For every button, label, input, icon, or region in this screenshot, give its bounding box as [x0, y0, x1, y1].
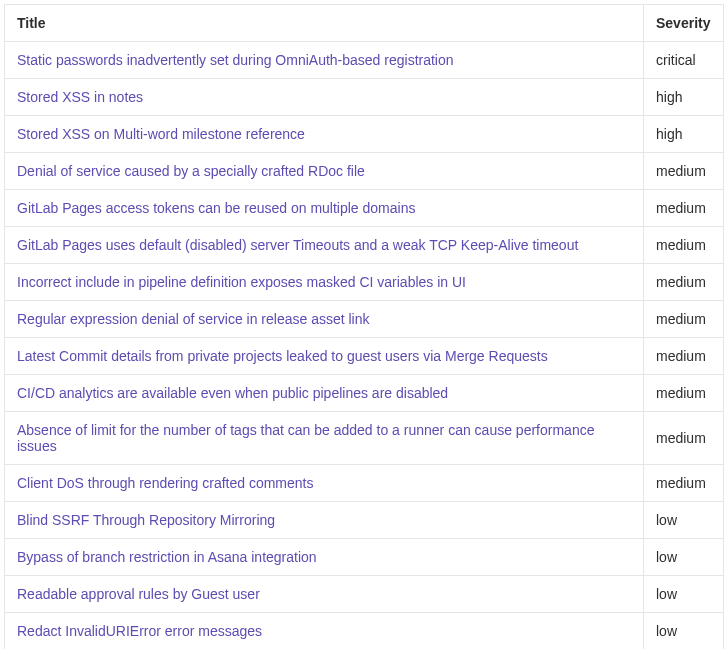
- title-cell: Blind SSRF Through Repository Mirroring: [5, 502, 644, 539]
- table-row: Denial of service caused by a specially …: [5, 153, 724, 190]
- vulnerability-link[interactable]: CI/CD analytics are available even when …: [17, 385, 448, 401]
- title-cell: Absence of limit for the number of tags …: [5, 412, 644, 465]
- table-row: Bypass of branch restriction in Asana in…: [5, 539, 724, 576]
- title-cell: Stored XSS on Multi-word milestone refer…: [5, 116, 644, 153]
- vulnerability-link[interactable]: GitLab Pages uses default (disabled) ser…: [17, 237, 578, 253]
- vulnerability-link[interactable]: Bypass of branch restriction in Asana in…: [17, 549, 317, 565]
- table-row: Client DoS through rendering crafted com…: [5, 465, 724, 502]
- severity-cell: medium: [644, 412, 724, 465]
- table-row: Stored XSS on Multi-word milestone refer…: [5, 116, 724, 153]
- table-header-row: Title Severity: [5, 5, 724, 42]
- severity-cell: low: [644, 539, 724, 576]
- header-title: Title: [5, 5, 644, 42]
- vulnerability-link[interactable]: Client DoS through rendering crafted com…: [17, 475, 313, 491]
- severity-cell: medium: [644, 190, 724, 227]
- title-cell: GitLab Pages access tokens can be reused…: [5, 190, 644, 227]
- severity-cell: high: [644, 116, 724, 153]
- title-cell: Regular expression denial of service in …: [5, 301, 644, 338]
- vulnerability-link[interactable]: Readable approval rules by Guest user: [17, 586, 260, 602]
- table-row: Readable approval rules by Guest userlow: [5, 576, 724, 613]
- title-cell: Readable approval rules by Guest user: [5, 576, 644, 613]
- severity-cell: low: [644, 576, 724, 613]
- title-cell: Denial of service caused by a specially …: [5, 153, 644, 190]
- table-row: Regular expression denial of service in …: [5, 301, 724, 338]
- title-cell: Stored XSS in notes: [5, 79, 644, 116]
- table-row: GitLab Pages uses default (disabled) ser…: [5, 227, 724, 264]
- table-row: Redact InvalidURIError error messageslow: [5, 613, 724, 650]
- severity-cell: medium: [644, 465, 724, 502]
- severity-cell: low: [644, 613, 724, 650]
- table-row: GitLab Pages access tokens can be reused…: [5, 190, 724, 227]
- title-cell: CI/CD analytics are available even when …: [5, 375, 644, 412]
- table-row: Blind SSRF Through Repository Mirroringl…: [5, 502, 724, 539]
- severity-cell: medium: [644, 338, 724, 375]
- table-row: Static passwords inadvertently set durin…: [5, 42, 724, 79]
- table-row: Incorrect include in pipeline definition…: [5, 264, 724, 301]
- table-row: Absence of limit for the number of tags …: [5, 412, 724, 465]
- header-severity: Severity: [644, 5, 724, 42]
- vulnerability-link[interactable]: Latest Commit details from private proje…: [17, 348, 548, 364]
- vulnerability-link[interactable]: Static passwords inadvertently set durin…: [17, 52, 454, 68]
- title-cell: Client DoS through rendering crafted com…: [5, 465, 644, 502]
- vulnerability-link[interactable]: Redact InvalidURIError error messages: [17, 623, 262, 639]
- title-cell: Static passwords inadvertently set durin…: [5, 42, 644, 79]
- vulnerability-link[interactable]: Stored XSS in notes: [17, 89, 143, 105]
- severity-cell: medium: [644, 227, 724, 264]
- vulnerability-link[interactable]: Blind SSRF Through Repository Mirroring: [17, 512, 275, 528]
- table-row: CI/CD analytics are available even when …: [5, 375, 724, 412]
- title-cell: Bypass of branch restriction in Asana in…: [5, 539, 644, 576]
- title-cell: Latest Commit details from private proje…: [5, 338, 644, 375]
- vulnerability-link[interactable]: Regular expression denial of service in …: [17, 311, 370, 327]
- table-row: Latest Commit details from private proje…: [5, 338, 724, 375]
- vulnerability-link[interactable]: Stored XSS on Multi-word milestone refer…: [17, 126, 305, 142]
- table-row: Stored XSS in noteshigh: [5, 79, 724, 116]
- title-cell: Incorrect include in pipeline definition…: [5, 264, 644, 301]
- title-cell: GitLab Pages uses default (disabled) ser…: [5, 227, 644, 264]
- vulnerability-link[interactable]: Incorrect include in pipeline definition…: [17, 274, 466, 290]
- vulnerabilities-table: Title Severity Static passwords inadvert…: [4, 4, 724, 649]
- severity-cell: medium: [644, 153, 724, 190]
- title-cell: Redact InvalidURIError error messages: [5, 613, 644, 650]
- vulnerability-link[interactable]: Absence of limit for the number of tags …: [17, 422, 594, 454]
- severity-cell: medium: [644, 375, 724, 412]
- table-body: Static passwords inadvertently set durin…: [5, 42, 724, 650]
- severity-cell: low: [644, 502, 724, 539]
- severity-cell: critical: [644, 42, 724, 79]
- severity-cell: medium: [644, 264, 724, 301]
- severity-cell: medium: [644, 301, 724, 338]
- vulnerability-link[interactable]: GitLab Pages access tokens can be reused…: [17, 200, 415, 216]
- severity-cell: high: [644, 79, 724, 116]
- vulnerability-link[interactable]: Denial of service caused by a specially …: [17, 163, 365, 179]
